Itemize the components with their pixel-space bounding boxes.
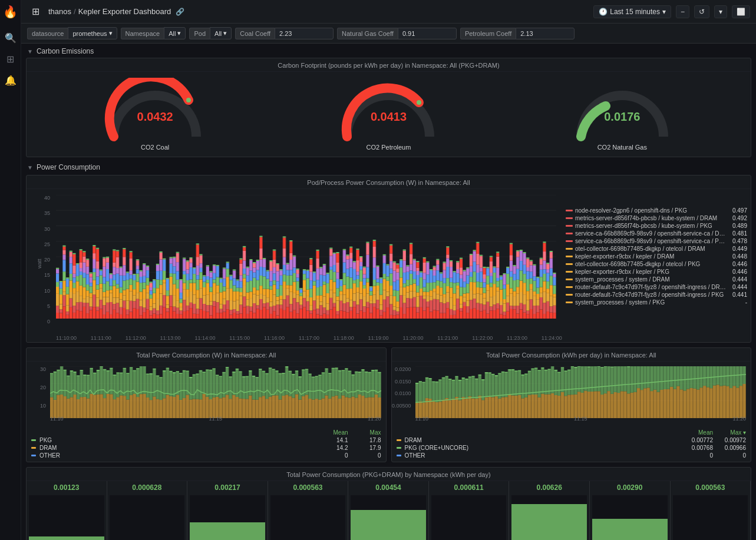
legend-item: metrics-server-d856f74b-pbcsb / kube-sys… bbox=[566, 214, 747, 222]
ns-bar-panel: 0.000628 kube-system bbox=[107, 481, 188, 540]
namespace-panel: Total Power Consumption (PKG+DRAM) by Na… bbox=[26, 467, 751, 540]
ns-value: 0.000563 bbox=[671, 481, 751, 494]
co2-naturalgas-value: 0.0176 bbox=[569, 110, 675, 124]
legend-dram: DRAM 14.2 17.9 bbox=[31, 444, 381, 452]
ns-value: 0.00217 bbox=[187, 481, 268, 494]
x-axis-labels: 11:10:00 11:11:00 11:12:00 11:13:00 11:1… bbox=[56, 335, 562, 341]
power-section-title: Power Consumption bbox=[37, 163, 100, 171]
total-kwh-canvas bbox=[415, 366, 747, 418]
legend-header: Mean Max bbox=[31, 429, 381, 436]
bottom-charts-row: Total Power Consumption (W) in Namespace… bbox=[21, 345, 756, 465]
total-power-kwh-title: Total Power Consumption (kWh per day) in… bbox=[392, 348, 751, 362]
ns-value: 0.00290 bbox=[590, 481, 670, 494]
natural-gas-coeff-filter: Natural Gas Coeff bbox=[337, 28, 457, 39]
legend-item: router-default-7c9c47d97f-fjyz8 / opensh… bbox=[566, 283, 747, 291]
ns-bar-area bbox=[592, 495, 668, 540]
svg-point-1 bbox=[417, 100, 421, 105]
ns-bars-row: 0.00123 kepler0.000628 kube-system0.0021… bbox=[27, 481, 751, 540]
sidebar-item-search[interactable]: 🔍 bbox=[1, 28, 20, 47]
ns-value: 0.000628 bbox=[107, 481, 187, 494]
natural-gas-coeff-input[interactable] bbox=[398, 28, 457, 39]
ns-bar-panel: 0.000563 system bbox=[671, 481, 751, 540]
ns-bar bbox=[592, 519, 668, 540]
ns-value: 0.00123 bbox=[27, 481, 107, 494]
ns-bar-panel: 0.00454 openshift-ovn-kubernetes bbox=[348, 481, 429, 540]
carbon-section-title: Carbon Emissions bbox=[37, 47, 94, 55]
legend-item: node-resolver-2gpn6 / openshift-dns / PK… bbox=[566, 207, 747, 214]
navbar: ⊞ thanos / Kepler Exporter Dashboard 🔗 🕐… bbox=[21, 0, 756, 24]
clock-icon: 🕐 bbox=[599, 8, 608, 16]
natural-gas-coeff-label: Natural Gas Coeff bbox=[337, 28, 398, 39]
logo-icon[interactable]: 🔥 bbox=[1, 2, 20, 21]
share-icon[interactable]: 🔗 bbox=[176, 8, 184, 16]
ns-bar-panel: 0.00217 openshift-dns bbox=[187, 481, 268, 540]
total-power-w-panel: Total Power Consumption (W) in Namespace… bbox=[26, 347, 387, 462]
total-w-canvas bbox=[50, 366, 381, 418]
datasource-select[interactable]: prometheus ▾ bbox=[68, 27, 117, 39]
kwh-other-dot bbox=[397, 455, 401, 456]
navbar-left: ⊞ thanos / Kepler Exporter Dashboard 🔗 bbox=[27, 4, 184, 20]
chevron-down-icon: ▼ bbox=[27, 48, 33, 55]
carbon-panel-title: Carbon Footprint (pounds per kWh per day… bbox=[27, 58, 751, 72]
ns-bar bbox=[29, 536, 104, 540]
breadcrumb-thanos[interactable]: thanos bbox=[48, 7, 71, 16]
navbar-right: 🕐 Last 15 minutes ▾ − ↺ ▾ ⬜ bbox=[593, 5, 750, 18]
chevron-down-icon: ▾ bbox=[662, 8, 666, 16]
carbon-panel: Carbon Footprint (pounds per kWh per day… bbox=[26, 58, 751, 157]
ns-bar-panel: 0.00626 openshift-storage bbox=[509, 481, 590, 540]
gauge-row: 0.0432 CO2 Coal 0.0413 CO2 Petroleum bbox=[27, 72, 751, 157]
legend-pkg: PKG 14.1 17.8 bbox=[31, 436, 381, 444]
power-section-header[interactable]: ▼ Power Consumption bbox=[21, 160, 756, 173]
carbon-section-header[interactable]: ▼ Carbon Emissions bbox=[21, 44, 756, 57]
namespace-select[interactable]: All ▾ bbox=[164, 27, 186, 39]
more-button[interactable]: ▾ bbox=[714, 5, 727, 18]
sidebar-item-alerts[interactable]: 🔔 bbox=[1, 71, 20, 90]
legend-item: system_processes / system / DRAM 0.444 bbox=[566, 276, 747, 283]
ns-bar bbox=[511, 504, 587, 540]
legend-item: otel-collector-6698b77485-dkgkp / otelco… bbox=[566, 260, 747, 268]
ns-bar-area bbox=[351, 495, 426, 540]
coal-coeff-input[interactable] bbox=[275, 28, 334, 39]
breadcrumb-dashboard[interactable]: Kepler Exporter Dashboard bbox=[78, 7, 171, 16]
legend-other: OTHER 0 0 bbox=[31, 452, 381, 459]
breadcrumb: thanos / Kepler Exporter Dashboard bbox=[48, 7, 171, 16]
kwh-dram-dot bbox=[397, 439, 401, 441]
main-power-chart: Pod/Process Power Consumption (W) in Nam… bbox=[26, 175, 751, 343]
gauge-petroleum-container: 0.0413 bbox=[335, 78, 441, 148]
namespace-filter: Namespace All ▾ bbox=[121, 27, 186, 39]
main-chart-canvas bbox=[56, 195, 556, 319]
ns-bar-area bbox=[190, 495, 265, 540]
chevron-down-icon: ▾ bbox=[109, 29, 113, 37]
legend-item: otel-collector-6698b77485-dkgkp / otelco… bbox=[566, 245, 747, 253]
tv-mode-button[interactable]: ⬜ bbox=[732, 5, 750, 18]
co2-naturalgas-gauge: 0.0176 CO2 Natural Gas bbox=[569, 78, 675, 151]
ns-bar-area bbox=[110, 495, 185, 540]
total-kwh-chart: 0.0200 0.0150 0.0100 0.00500 11:10 11:15… bbox=[392, 362, 751, 426]
chevron-down-icon: ▾ bbox=[223, 29, 227, 37]
ns-bar-panel: 0.00290 otelcol bbox=[590, 481, 671, 540]
chart-canvas-area: 40 35 30 25 20 15 10 5 0 watt 11:10:00 1… bbox=[27, 189, 562, 342]
zoom-out-button[interactable]: − bbox=[676, 5, 689, 18]
time-range-picker[interactable]: 🕐 Last 15 minutes ▾ bbox=[593, 5, 671, 18]
ns-bar-area bbox=[431, 495, 507, 540]
pkg-dot bbox=[31, 439, 36, 441]
refresh-button[interactable]: ↺ bbox=[694, 5, 709, 18]
kwh-x-labels: 11:10 11:15 11:20 bbox=[415, 416, 747, 422]
chevron-down-icon: ▼ bbox=[27, 164, 33, 171]
ns-bar-panel: 0.000611 openshift-service-ca bbox=[429, 481, 510, 540]
pod-label: Pod bbox=[189, 28, 210, 39]
svg-point-0 bbox=[186, 98, 191, 102]
grid-icon[interactable]: ⊞ bbox=[27, 4, 44, 20]
total-power-w-title: Total Power Consumption (W) in Namespace… bbox=[27, 348, 386, 362]
sidebar: 🔥 🔍 ⊞ 🔔 bbox=[0, 0, 21, 540]
ns-chart-title: Total Power Consumption (PKG+DRAM) by Na… bbox=[27, 468, 751, 481]
dram-dot bbox=[31, 447, 36, 449]
ns-bar-area bbox=[270, 495, 346, 540]
main-power-chart-title: Pod/Process Power Consumption (W) in Nam… bbox=[27, 175, 751, 189]
ns-bar-area bbox=[511, 495, 587, 540]
pod-select[interactable]: All ▾ bbox=[210, 27, 232, 39]
ns-bar bbox=[190, 522, 265, 540]
total-w-y-labels: 30 20 10 bbox=[27, 366, 48, 409]
petroleum-coeff-input[interactable] bbox=[516, 28, 575, 39]
sidebar-item-apps[interactable]: ⊞ bbox=[1, 49, 20, 68]
